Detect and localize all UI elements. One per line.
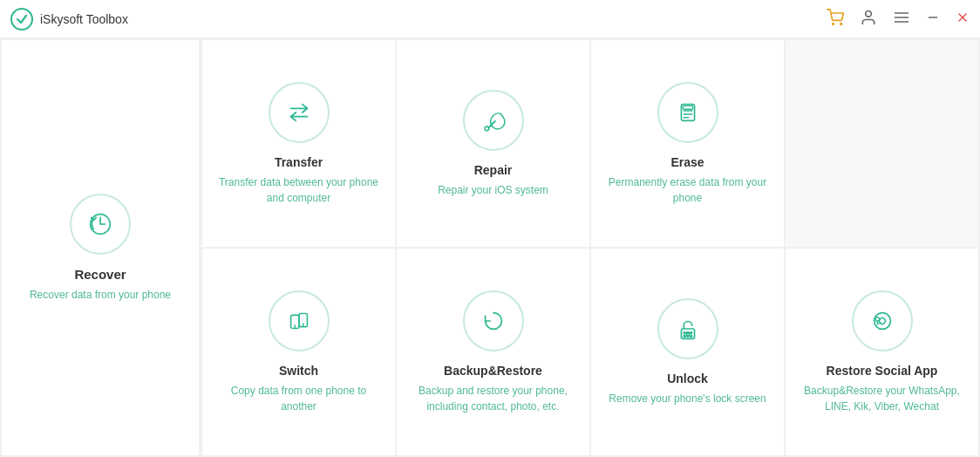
repair-icon: [479, 106, 508, 135]
svg-point-30: [687, 335, 689, 337]
transfer-desc: Transfer data between your phone and com…: [216, 174, 381, 206]
tools-grid: Transfer Transfer data between your phon…: [202, 40, 978, 455]
backup-icon-circle: [463, 290, 524, 351]
minimize-icon[interactable]: [926, 10, 940, 27]
user-icon[interactable]: [860, 9, 877, 29]
close-icon[interactable]: [956, 10, 970, 27]
recover-icon-circle: [70, 194, 131, 255]
app-logo-icon: [10, 8, 33, 31]
erase-title: Erase: [670, 155, 704, 169]
card-social[interactable]: Restore Social App Backup&Restore your W…: [786, 249, 978, 455]
card-empty-top: [786, 40, 978, 247]
svg-point-3: [866, 11, 872, 17]
svg-point-29: [684, 335, 685, 337]
social-icon: [868, 306, 897, 336]
main-content: Recover Recover data from your phone Tra…: [0, 38, 980, 457]
titlebar-left: iSkysoft Toolbox: [10, 8, 128, 31]
card-transfer[interactable]: Transfer Transfer data between your phon…: [202, 40, 395, 247]
switch-title: Switch: [279, 364, 318, 378]
transfer-icon-circle: [269, 82, 330, 143]
svg-point-0: [11, 9, 32, 30]
unlock-icon: [673, 314, 703, 344]
card-erase[interactable]: Erase Permanently erase data from your p…: [591, 40, 784, 247]
backup-icon: [479, 306, 508, 336]
recover-title: Recover: [74, 267, 126, 282]
social-title: Restore Social App: [827, 364, 938, 378]
erase-desc: Permanently erase data from your phone: [605, 174, 770, 206]
svg-point-27: [687, 331, 689, 333]
cart-icon[interactable]: [827, 9, 844, 29]
backup-title: Backup&Restore: [444, 364, 542, 378]
repair-title: Repair: [474, 163, 513, 177]
svg-point-26: [684, 331, 685, 333]
svg-point-31: [690, 335, 691, 337]
erase-icon-circle: [657, 82, 718, 143]
svg-point-14: [485, 126, 489, 131]
svg-point-1: [833, 24, 834, 25]
social-icon-circle: [852, 290, 913, 351]
switch-desc: Copy data from one phone to another: [216, 383, 381, 414]
unlock-icon-circle: [657, 298, 718, 359]
titlebar: iSkysoft Toolbox: [0, 0, 980, 38]
app-title: iSkysoft Toolbox: [40, 12, 128, 26]
repair-desc: Repair your iOS system: [438, 182, 548, 198]
card-backup[interactable]: Backup&Restore Backup and restore your p…: [397, 249, 589, 455]
transfer-icon: [284, 98, 314, 127]
switch-icon: [284, 306, 314, 336]
social-desc: Backup&Restore your WhatsApp, LINE, Kik,…: [800, 383, 964, 414]
card-repair[interactable]: Repair Repair your iOS system: [397, 40, 589, 247]
card-unlock[interactable]: Unlock Remove your phone's lock screen: [591, 249, 784, 455]
card-switch[interactable]: Switch Copy data from one phone to anoth…: [202, 249, 395, 455]
recover-desc: Recover data from your phone: [30, 287, 171, 303]
titlebar-right: [827, 9, 970, 29]
switch-icon-circle: [269, 290, 330, 351]
menu-icon[interactable]: [893, 9, 910, 29]
unlock-desc: Remove your phone's lock screen: [609, 391, 766, 406]
erase-icon: [673, 98, 703, 127]
recover-icon: [85, 209, 115, 239]
sidebar-recover[interactable]: Recover Recover data from your phone: [2, 40, 201, 455]
repair-icon-circle: [463, 90, 524, 151]
svg-point-2: [840, 24, 842, 25]
transfer-title: Transfer: [275, 155, 323, 169]
unlock-title: Unlock: [667, 372, 708, 385]
svg-rect-19: [683, 106, 692, 109]
backup-desc: Backup and restore your phone, including…: [411, 383, 575, 414]
svg-point-28: [690, 331, 691, 333]
